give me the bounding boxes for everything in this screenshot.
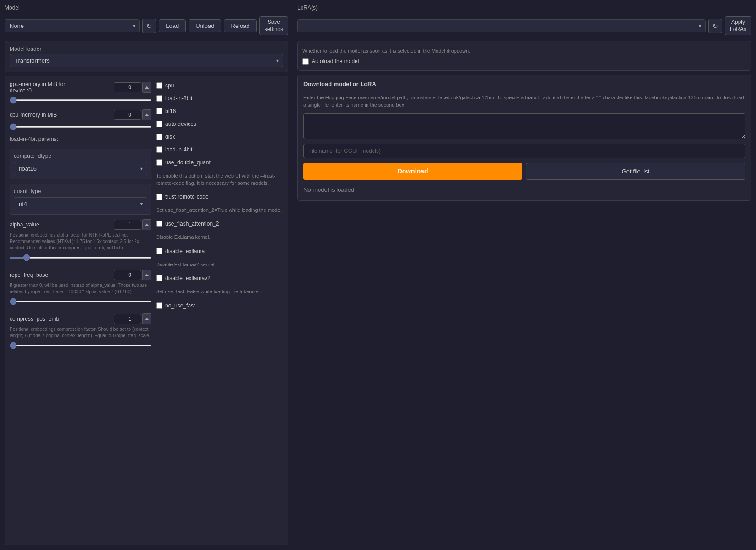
alpha-value-slider[interactable] [10,257,151,259]
cpu-label: cpu [165,82,174,89]
compress-pos-emb-input[interactable] [114,314,141,324]
cpu-checkbox[interactable] [156,82,162,89]
autoload-label: Autoload the model [312,58,359,65]
lora-refresh-button[interactable]: ↻ [708,19,722,33]
no-model-loaded-text: No model is loaded [303,184,745,195]
load-in-4bit-checkbox[interactable] [156,146,162,153]
file-name-input[interactable] [303,144,745,158]
lora-row: ↻ Apply LoRAs [297,16,751,35]
bf16-label: bf16 [165,108,176,114]
model-loader-select[interactable]: Transformers [10,54,283,67]
alpha-value-section: alpha_value ⏶ Positional embeddings alph… [10,219,151,262]
compute-dtype-select[interactable]: float16 [14,162,147,175]
compute-dtype-group: compute_dtype float16 [10,149,151,179]
model-section-label: Model [5,5,288,11]
download-box: Download model or LoRA Enter the Hugging… [297,75,751,201]
autoload-checkbox[interactable] [302,58,309,65]
rope-freq-base-desc: If greater than 0, will be used instead … [10,282,151,295]
compress-pos-emb-section: compress_pos_emb ⏶ Positional embeddings… [10,313,151,350]
auto-devices-checkbox-row: auto-devices [156,119,283,129]
trust-remote-code-checkbox-row: trust-remote-code [156,192,283,201]
no-use-fast-label: no_use_fast [165,302,195,309]
rope-freq-base-label: rope_freq_base [10,272,48,278]
save-settings-button[interactable]: Save settings [259,16,288,35]
quant-type-select[interactable]: nf4 [14,197,147,210]
lora-select-wrapper [297,19,706,32]
disable-exllamav2-note: Disable ExLlamav2 kernel. [156,261,283,268]
model-select[interactable]: None [5,19,140,32]
alpha-value-spinner[interactable]: ⏶ [142,219,151,230]
disk-checkbox-row: disk [156,132,283,141]
quant-type-label: quant_type [14,188,147,194]
rope-freq-base-section: rope_freq_base ⏶ If greater than 0, will… [10,270,151,306]
cpu-memory-input-wrap: ⏶ [114,109,151,120]
trust-remote-code-label: trust-remote-code [165,194,209,200]
disk-checkbox[interactable] [156,134,162,140]
right-panel: LoRA(s) ↻ Apply LoRAs Whether to load th… [293,0,756,550]
disable-exllamav2-label: disable_exllamav2 [165,275,211,281]
compress-pos-emb-slider[interactable] [10,345,151,346]
rope-freq-base-input-wrap: ⏶ [114,270,151,280]
lora-select[interactable] [297,19,706,32]
alpha-value-input[interactable] [114,220,141,230]
auto-devices-label: auto-devices [165,121,196,127]
model-refresh-button[interactable]: ↻ [142,19,156,33]
no-use-fast-note: Set use_fast=False while loading the tok… [156,288,283,295]
disable-exllamav2-checkbox[interactable] [156,275,162,281]
rope-freq-base-spinner[interactable]: ⏶ [142,270,151,280]
cpu-memory-label: cpu-memory in MiB [10,112,57,118]
use-double-quant-checkbox[interactable] [156,159,162,166]
no-use-fast-checkbox-row: no_use_fast [156,301,283,310]
cpu-memory-slider[interactable] [10,126,151,128]
gpu-memory-section: gpu-memory in MiB for device :0 ⏶ [10,81,151,105]
model-loader-box: Model loader Transformers [5,41,288,72]
compress-pos-emb-spinner[interactable]: ⏶ [142,313,151,324]
disable-exllama-checkbox-row: disable_exllama [156,247,283,256]
bf16-checkbox-row: bf16 [156,107,283,116]
gpu-memory-input[interactable] [114,82,141,92]
load-in-4bit-checkbox-row: load-in-4bit [156,145,283,154]
use-double-quant-checkbox-row: use_double_quant [156,158,283,167]
autoload-box: Whether to load the model as soon as it … [297,41,751,70]
disk-label: disk [165,134,175,140]
bf16-checkbox[interactable] [156,108,162,114]
reload-button[interactable]: Reload [224,19,256,32]
model-loader-label: Model loader [10,46,283,52]
trust-remote-code-checkbox[interactable] [156,194,162,200]
disable-exllama-checkbox[interactable] [156,248,162,254]
cpu-memory-section: cpu-memory in MiB ⏶ [10,109,151,131]
compress-pos-emb-label: compress_pos_emb [10,316,59,322]
lora-refresh-icon: ↻ [713,22,718,30]
rope-freq-base-slider[interactable] [10,301,151,302]
use-flash-attention-2-label: use_flash_attention_2 [165,221,219,227]
compress-pos-emb-desc: Positional embeddings compression factor… [10,326,151,339]
cpu-memory-input[interactable] [114,110,141,120]
model-row: None ↻ Load Unload Reload Save settings [5,16,288,35]
get-file-list-button[interactable]: Get file list [526,163,745,180]
gpu-memory-slider[interactable] [10,99,151,101]
use-flash-attention-2-checkbox[interactable] [156,221,162,227]
rope-freq-base-input[interactable] [114,270,141,280]
params-box: gpu-memory in MiB for device :0 ⏶ cpu-me… [5,76,288,545]
compute-dtype-select-wrapper: float16 [14,162,147,175]
model-path-textarea[interactable] [303,113,745,139]
use-flash-attn-note: Set use_flash_attention_2=True while loa… [156,207,283,214]
left-panel: Model None ↻ Load Unload Reload Save set… [0,0,293,550]
gpu-memory-spinner[interactable]: ⏶ [142,82,151,93]
auto-devices-checkbox[interactable] [156,121,162,127]
download-buttons: Download Get file list [303,163,745,180]
cpu-memory-spinner[interactable]: ⏶ [142,109,151,120]
load-in-8bit-checkbox[interactable] [156,95,162,102]
apply-loras-button[interactable]: Apply LoRAs [725,16,751,35]
compute-dtype-label: compute_dtype [14,153,147,159]
load-button[interactable]: Load [159,19,186,32]
download-desc: Enter the Hugging Face username/model pa… [303,94,745,109]
download-button[interactable]: Download [303,163,522,180]
left-params: gpu-memory in MiB for device :0 ⏶ cpu-me… [10,81,151,540]
no-use-fast-checkbox[interactable] [156,302,162,309]
cpu-checkbox-row: cpu [156,81,283,90]
lora-section-label: LoRA(s) [297,5,751,11]
load-in-4bit-label: load-in-4bit [165,146,192,153]
trust-remote-code-note: To enable this option, start the web UI … [156,173,283,187]
unload-button[interactable]: Unload [189,19,221,32]
